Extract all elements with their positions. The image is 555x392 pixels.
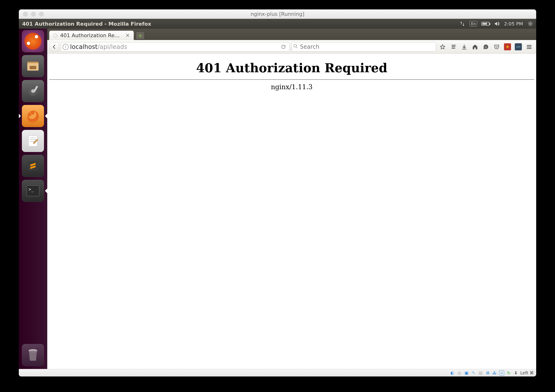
browser-tab[interactable]: 401 Authorization Req… ✕ <box>49 30 134 40</box>
launcher-firefox[interactable] <box>22 105 44 127</box>
launcher-files[interactable] <box>22 55 44 77</box>
error-heading: 401 Authorization Required <box>49 61 534 75</box>
vm-title: nginx-plus [Running] <box>19 11 536 17</box>
url-text: localhost/api/leads <box>70 43 127 50</box>
addon-orange-icon: ✺ <box>504 43 511 50</box>
ubuntu-top-panel: 401 Authorization Required - Mozilla Fir… <box>19 19 536 29</box>
vb-clipboard-icon[interactable]: ↻ <box>506 370 511 376</box>
vb-hdd-icon[interactable]: ◐ <box>450 370 455 376</box>
vb-drag-icon[interactable]: ⬇ <box>513 370 518 376</box>
firefox-window: 401 Authorization Req… ✕ ＋ i localhost/a… <box>47 29 536 369</box>
star-icon <box>439 44 446 50</box>
svg-rect-21 <box>452 46 455 47</box>
server-signature: nginx/1.11.3 <box>49 83 534 91</box>
vb-display-icon[interactable]: ▣ <box>464 370 469 376</box>
svg-rect-25 <box>527 45 532 46</box>
sublime-icon <box>26 159 40 173</box>
vm-titlebar: nginx-plus [Running] <box>19 9 536 19</box>
hamburger-menu-button[interactable] <box>525 42 534 52</box>
unity-launcher: >_ <box>19 29 47 369</box>
bookmarks-menu-button[interactable] <box>449 42 458 52</box>
pocket-icon <box>494 44 500 50</box>
vb-folder-icon[interactable]: ▥ <box>478 370 483 376</box>
reload-button[interactable] <box>279 42 288 52</box>
window-minimize-button[interactable] <box>31 12 36 16</box>
vb-optical-icon[interactable]: ◎ <box>457 370 462 376</box>
home-icon <box>472 44 478 50</box>
tab-title: 401 Authorization Req… <box>60 32 122 38</box>
svg-rect-27 <box>527 48 532 49</box>
window-zoom-button[interactable] <box>39 12 44 16</box>
chat-smiley-icon <box>483 44 489 50</box>
text-editor-icon <box>26 134 40 148</box>
svg-point-24 <box>486 46 487 47</box>
svg-rect-22 <box>452 48 455 48</box>
reload-icon <box>281 44 286 49</box>
bookmark-star-button[interactable] <box>438 42 447 52</box>
navigation-toolbar: i localhost/api/leads <box>47 40 536 54</box>
vb-shared-icon[interactable]: 🖧 <box>492 370 497 376</box>
addon-blue-icon: zzz <box>515 43 522 50</box>
keyboard-layout-indicator[interactable]: En <box>470 21 477 27</box>
search-input[interactable] <box>299 43 434 50</box>
active-window-title: 401 Authorization Required - Mozilla Fir… <box>22 21 151 27</box>
hello-button[interactable] <box>481 42 490 52</box>
download-icon <box>461 44 467 50</box>
vb-network-icon[interactable]: 🖥 <box>485 370 490 376</box>
pocket-button[interactable] <box>492 42 501 52</box>
terminal-icon: >_ <box>26 185 40 197</box>
svg-point-0 <box>529 23 531 25</box>
volume-indicator-icon[interactable] <box>494 21 500 27</box>
downloads-button[interactable] <box>460 42 469 52</box>
vb-usb-icon[interactable]: U <box>499 370 504 376</box>
launcher-settings[interactable] <box>22 80 44 102</box>
vb-host-key: Left ⌘ <box>520 370 534 375</box>
launcher-dash[interactable] <box>22 30 44 52</box>
addon-button-1[interactable]: ✺ <box>503 42 512 52</box>
session-indicator-icon[interactable] <box>527 21 533 27</box>
svg-point-19 <box>294 44 297 47</box>
launcher-text-editor[interactable] <box>22 130 44 152</box>
launcher-trash[interactable] <box>22 344 44 366</box>
home-button[interactable] <box>470 42 480 52</box>
tab-close-button[interactable]: ✕ <box>125 32 131 38</box>
svg-text:>_: >_ <box>29 187 34 192</box>
svg-rect-20 <box>452 45 455 45</box>
svg-point-23 <box>485 46 485 47</box>
menu-icon <box>526 44 532 50</box>
svg-rect-13 <box>28 161 38 170</box>
svg-point-18 <box>54 34 57 37</box>
file-manager-icon <box>26 60 40 73</box>
new-tab-button[interactable]: ＋ <box>136 32 144 39</box>
settings-icon <box>26 84 40 98</box>
page-content: 401 Authorization Required nginx/1.11.3 <box>47 54 536 369</box>
svg-rect-26 <box>527 46 532 47</box>
svg-rect-3 <box>30 66 36 69</box>
back-arrow-icon <box>51 44 57 50</box>
tab-favicon-icon <box>53 33 58 38</box>
back-button[interactable] <box>50 42 59 52</box>
launcher-sublime[interactable] <box>22 155 44 177</box>
clock[interactable]: 2:05 PM <box>504 21 523 27</box>
vb-audio-icon[interactable]: ✎ <box>471 370 476 376</box>
ubuntu-logo-icon <box>24 33 41 50</box>
url-bar[interactable]: i localhost/api/leads <box>61 42 290 52</box>
content-divider <box>49 79 534 80</box>
search-bar[interactable] <box>292 42 436 52</box>
battery-indicator-icon[interactable] <box>481 21 489 27</box>
search-icon <box>293 44 298 50</box>
site-identity-icon[interactable]: i <box>63 44 69 50</box>
addon-button-2[interactable]: zzz <box>514 42 523 52</box>
launcher-terminal[interactable]: >_ <box>22 180 44 202</box>
bookmarks-icon <box>450 44 456 50</box>
trash-icon <box>27 348 39 362</box>
window-close-button[interactable] <box>23 12 28 16</box>
tab-strip: 401 Authorization Req… ✕ ＋ <box>47 29 536 40</box>
network-indicator-icon[interactable] <box>459 21 465 27</box>
virtualbox-status-bar: ◐ ◎ ▣ ✎ ▥ 🖥 🖧 U ↻ ⬇ Left ⌘ <box>19 369 536 377</box>
firefox-icon <box>25 108 41 124</box>
